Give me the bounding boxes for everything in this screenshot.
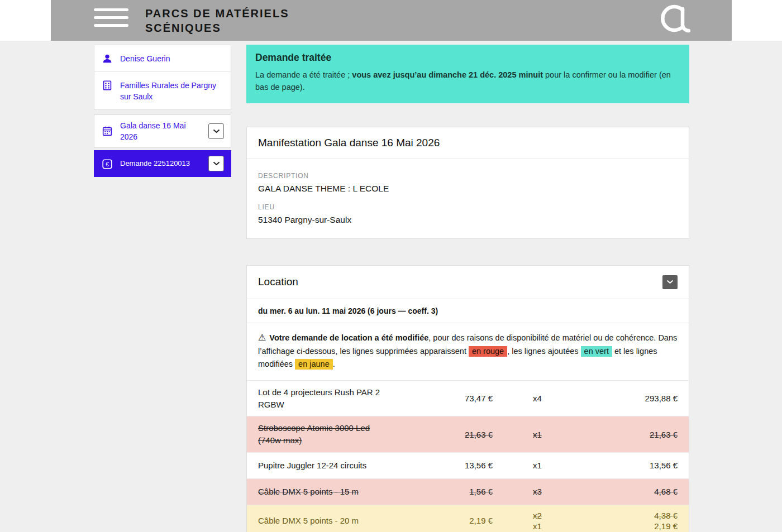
manifestation-title: Manifestation Gala danse 16 Mai 2026 (258, 137, 440, 149)
item-quantity: x1 (493, 430, 582, 439)
sidebar-request-label: Demande 225120013 (120, 159, 202, 169)
item-quantity: x1 (493, 461, 582, 470)
brand-logo-icon (657, 4, 690, 37)
item-quantity-new: x1 (493, 521, 582, 531)
sidebar-context-card: Denise Guerin Familles Rurales de Pargny… (94, 45, 231, 110)
event-chevron-down-icon[interactable] (208, 123, 224, 139)
item-unit-price: 73,47 € (398, 394, 493, 403)
building-icon (101, 79, 113, 92)
location-row-removed: Câble DMX 5 points - 15 m 1,56 € x3 4,68… (247, 479, 689, 505)
banner-text: La demande a été traitée ; vous avez jus… (255, 69, 680, 94)
item-unit-price: 2,19 € (398, 516, 493, 525)
sidebar-item-event[interactable]: Gala danse 16 Mai 2026 (94, 114, 231, 148)
item-unit-price: 1,56 € (398, 487, 493, 496)
brand-line1: PARCS DE MATÉRIELS (145, 6, 289, 21)
location-card: Location du mer. 6 au lun. 11 mai 2026 (… (246, 265, 689, 532)
item-quantity: x4 (493, 394, 582, 403)
brand-title: PARCS DE MATÉRIELS SCÉNIQUES (145, 6, 289, 35)
sidebar-item-request[interactable]: € Demande 225120013 (94, 150, 231, 177)
sidebar-item-organization[interactable]: Familles Rurales de Pargny sur Saulx (94, 71, 231, 109)
status-banner: Demande traitée La demande a été traitée… (246, 45, 689, 103)
item-name: Pupitre Juggler 12-24 circuits (258, 459, 398, 472)
item-quantity: x3 (493, 487, 582, 496)
lieu-value: 51340 Pargny-sur-Saulx (258, 215, 678, 225)
item-total-old: 4,38 € (582, 511, 678, 520)
main-content: Demande traitée La demande a été traitée… (246, 45, 689, 532)
item-total-new: 2,19 € (582, 521, 678, 531)
warning-bold: Votre demande de location a été modifiée (269, 333, 428, 342)
sidebar-organization-label: Familles Rurales de Pargny sur Saulx (120, 79, 224, 103)
item-name: Câble DMX 5 points - 15 m (258, 486, 398, 498)
banner-title: Demande traitée (255, 52, 680, 64)
warning-part2: , les lignes ajoutées (507, 347, 580, 356)
top-bar: PARCS DE MATÉRIELS SCÉNIQUES (51, 0, 732, 41)
item-total: 21,63 € (582, 430, 678, 439)
warning-part4: . (333, 360, 335, 368)
item-total: 293,88 € (582, 394, 678, 403)
sidebar-item-user[interactable]: Denise Guerin (94, 45, 231, 71)
location-header: Location (247, 266, 689, 299)
legend-modified-chip: en jaune (295, 359, 333, 370)
location-row-removed: Stroboscope Atomic 3000 Led (740w max) 2… (247, 416, 689, 453)
legend-added-chip: en vert (581, 346, 612, 357)
warning-icon: ⚠ (258, 333, 266, 342)
item-total: 4,68 € (582, 487, 678, 496)
location-row-modified: Câble DMX 5 points - 20 m 2,19 € x2 x1 4… (247, 505, 689, 532)
location-title: Location (258, 276, 298, 288)
description-value: GALA DANSE THEME : L ECOLE (258, 184, 678, 194)
item-total: 4,38 € 2,19 € (582, 511, 678, 531)
banner-text-start: La demande a été traitée ; (255, 70, 352, 79)
banner-text-deadline: vous avez jusqu’au dimanche 21 déc. 2025… (352, 70, 543, 79)
euro-icon: € (101, 158, 113, 170)
description-label: DESCRIPTION (258, 172, 678, 180)
legend-removed-chip: en rouge (469, 346, 507, 357)
location-row: Pupitre Juggler 12-24 circuits 13,56 € x… (247, 453, 689, 479)
item-total: 13,56 € (582, 461, 678, 470)
svg-text:€: € (106, 161, 109, 167)
item-quantity: x2 x1 (493, 511, 582, 531)
item-unit-price: 13,56 € (398, 461, 493, 470)
location-row: Lot de 4 projecteurs Rush PAR 2 RGBW 73,… (247, 381, 689, 417)
location-collapse-chevron-down-icon[interactable] (662, 275, 678, 289)
item-quantity-old: x2 (493, 511, 582, 520)
manifestation-header: Manifestation Gala danse 16 Mai 2026 (247, 127, 689, 159)
hamburger-menu-icon[interactable] (94, 8, 128, 27)
sidebar-user-label: Denise Guerin (120, 52, 170, 64)
item-name: Câble DMX 5 points - 20 m (258, 515, 398, 527)
manifestation-body: DESCRIPTION GALA DANSE THEME : L ECOLE L… (247, 159, 689, 238)
item-unit-price: 21,63 € (398, 430, 493, 439)
calendar-icon (101, 125, 113, 137)
sidebar: Denise Guerin Familles Rurales de Pargny… (94, 45, 231, 177)
item-name: Stroboscope Atomic 3000 Led (740w max) (258, 422, 398, 447)
user-icon (101, 52, 113, 65)
brand-line2: SCÉNIQUES (145, 21, 289, 35)
lieu-label: LIEU (258, 203, 678, 211)
item-name: Lot de 4 projecteurs Rush PAR 2 RGBW (258, 386, 398, 411)
request-chevron-down-icon[interactable] (208, 156, 224, 171)
sidebar-event-label: Gala danse 16 Mai 2026 (120, 120, 202, 143)
manifestation-card: Manifestation Gala danse 16 Mai 2026 DES… (246, 127, 689, 239)
modification-warning: ⚠Votre demande de location a été modifié… (247, 323, 689, 381)
rental-period: du mer. 6 au lun. 11 mai 2026 (6 jours —… (247, 299, 689, 323)
